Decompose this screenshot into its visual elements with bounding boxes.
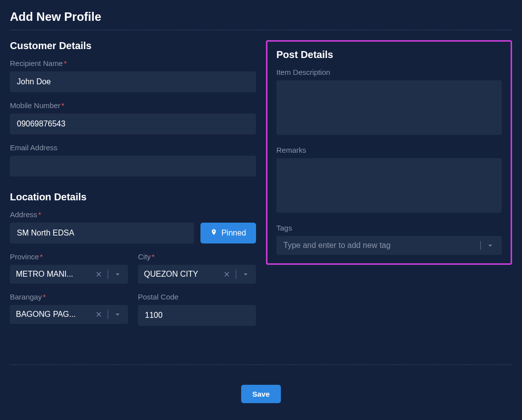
tags-group: Tags Type and enter to add new tag: [276, 224, 502, 255]
recipient-name-label: Recipient Name*: [10, 59, 256, 67]
select-divider: [108, 310, 108, 319]
mobile-number-group: Mobile Number*: [10, 101, 256, 134]
clear-icon[interactable]: [223, 270, 231, 278]
province-label: Province*: [10, 252, 128, 261]
barangay-select[interactable]: BAGONG PAG...: [10, 305, 128, 324]
city-select[interactable]: QUEZON CITY: [138, 265, 256, 284]
recipient-name-group: Recipient Name*: [10, 59, 256, 92]
customer-details-section: Customer Details Recipient Name* Mobile …: [10, 40, 256, 177]
pinned-button[interactable]: Pinned: [200, 223, 256, 243]
email-address-group: Email Address: [10, 143, 256, 177]
header-divider: [10, 30, 512, 30]
mobile-number-input[interactable]: [10, 114, 256, 134]
email-address-input[interactable]: [10, 156, 256, 177]
select-divider: [108, 270, 108, 279]
tags-placeholder: Type and enter to add new tag: [283, 241, 391, 250]
chevron-down-icon[interactable]: [113, 270, 122, 279]
clear-icon[interactable]: [95, 310, 103, 318]
save-button[interactable]: Save: [241, 385, 280, 403]
barangay-label: Barangay*: [10, 293, 128, 301]
pin-icon: [210, 229, 217, 238]
remarks-group: Remarks: [276, 146, 502, 215]
email-address-label: Email Address: [10, 143, 256, 152]
location-details-section: Location Details Address* Pinned: [10, 191, 256, 335]
address-label: Address*: [10, 210, 256, 219]
province-group: Province* METRO MANI...: [10, 252, 128, 284]
city-value: QUEZON CITY: [144, 270, 223, 279]
postal-code-label: Postal Code: [138, 293, 256, 301]
clear-icon[interactable]: [95, 270, 103, 278]
required-indicator: *: [40, 252, 43, 261]
item-description-textarea[interactable]: [276, 80, 502, 135]
select-divider: [236, 270, 236, 279]
location-details-title: Location Details: [10, 191, 256, 203]
chevron-down-icon[interactable]: [241, 270, 250, 279]
postal-code-input[interactable]: [138, 305, 256, 326]
right-column: Post Details Item Description Remarks Ta…: [266, 40, 512, 335]
province-select[interactable]: METRO MANI...: [10, 265, 128, 284]
save-button-container: Save: [10, 385, 512, 403]
tags-label: Tags: [276, 224, 502, 232]
page-title: Add New Profile: [10, 10, 512, 24]
mobile-number-label: Mobile Number*: [10, 101, 256, 110]
item-description-group: Item Description: [276, 68, 502, 137]
city-label: City*: [138, 252, 256, 261]
address-group: Address* Pinned: [10, 210, 256, 243]
postal-code-group: Postal Code: [138, 293, 256, 326]
select-divider: [480, 241, 481, 250]
required-indicator: *: [62, 101, 65, 110]
recipient-name-input[interactable]: [10, 71, 256, 92]
province-value: METRO MANI...: [16, 270, 95, 279]
chevron-down-icon[interactable]: [486, 241, 495, 250]
post-details-highlighted: Post Details Item Description Remarks Ta…: [266, 40, 512, 265]
remarks-textarea[interactable]: [276, 158, 502, 213]
tags-input[interactable]: Type and enter to add new tag: [276, 236, 502, 255]
required-indicator: *: [152, 252, 155, 261]
customer-details-title: Customer Details: [10, 40, 256, 52]
remarks-label: Remarks: [276, 146, 502, 154]
post-details-title: Post Details: [276, 49, 502, 60]
item-description-label: Item Description: [276, 68, 502, 76]
required-indicator: *: [43, 293, 46, 301]
required-indicator: *: [64, 59, 67, 67]
required-indicator: *: [38, 210, 41, 219]
city-group: City* QUEZON CITY: [138, 252, 256, 284]
chevron-down-icon[interactable]: [113, 310, 122, 319]
left-column: Customer Details Recipient Name* Mobile …: [10, 40, 256, 335]
barangay-group: Barangay* BAGONG PAG...: [10, 293, 128, 324]
address-input[interactable]: [10, 223, 194, 243]
footer-divider: [10, 364, 512, 365]
barangay-value: BAGONG PAG...: [16, 310, 95, 319]
pinned-button-label: Pinned: [221, 229, 246, 238]
